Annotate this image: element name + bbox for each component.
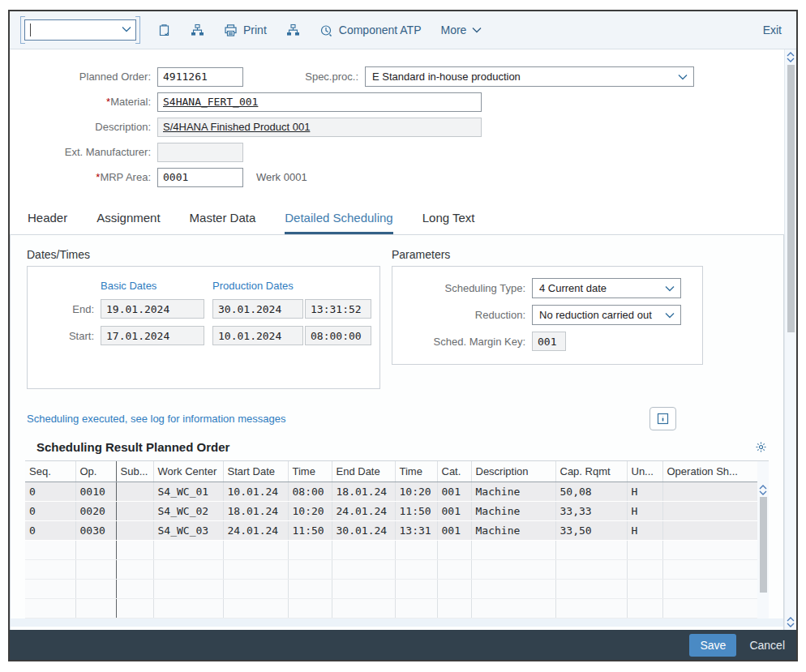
table-cell[interactable]: H [627, 521, 662, 541]
table-cell[interactable]: 30.01.24 [332, 521, 395, 541]
page-scrollbar[interactable] [784, 49, 796, 630]
mrp-area-field[interactable]: 0001 [157, 168, 243, 187]
save-button[interactable]: Save [689, 634, 736, 657]
check-entries-button[interactable] [157, 24, 171, 37]
chevron-down-icon[interactable] [122, 26, 131, 32]
parameters-title: Parameters [392, 248, 703, 261]
table-cell[interactable]: H [627, 502, 662, 521]
mrp-area-label: *MRP Area: [10, 171, 157, 183]
table-cell[interactable]: H [627, 482, 662, 502]
operations-overview-button[interactable] [286, 24, 300, 37]
column-header[interactable]: Seq. [25, 461, 75, 482]
table-cell[interactable]: 08:00 [288, 482, 332, 502]
info-log-button[interactable] [650, 407, 676, 430]
table-cell[interactable]: 50,08 [555, 482, 627, 502]
print-button[interactable]: Print [224, 24, 267, 37]
scheduling-type-select[interactable]: 4 Current date [532, 278, 681, 298]
table-cell [153, 560, 223, 580]
scroll-down-icon[interactable] [787, 623, 795, 627]
status-message[interactable]: Scheduling executed, see log for informa… [27, 413, 285, 425]
table-cell[interactable]: Machine [471, 502, 555, 521]
table-cell[interactable]: 24.01.24 [223, 521, 288, 541]
table-row[interactable]: 00010S4_WC_0110.01.2408:0018.01.2410:200… [25, 482, 757, 502]
table-cell[interactable]: 18.01.24 [223, 502, 288, 521]
column-header[interactable]: Time [288, 461, 332, 482]
tab-master-data[interactable]: Master Data [190, 211, 256, 234]
page-scrollbar-thumb[interactable] [787, 65, 795, 332]
tab-header[interactable]: Header [28, 211, 67, 234]
table-cell[interactable]: 10:20 [395, 482, 437, 502]
column-header[interactable]: End Date [332, 461, 395, 482]
table-cell[interactable]: S4_WC_02 [153, 502, 223, 521]
command-combobox[interactable] [24, 19, 136, 41]
table-cell[interactable]: 0010 [75, 482, 116, 502]
table-cell[interactable]: S4_WC_03 [153, 521, 223, 541]
planned-order-field[interactable]: 4911261 [157, 67, 243, 87]
table-row[interactable]: 00020S4_WC_0218.01.2410:2024.01.2411:500… [25, 502, 757, 521]
tab-long-text[interactable]: Long Text [422, 211, 475, 234]
table-cell [332, 560, 395, 580]
table-cell[interactable]: 0 [25, 521, 75, 541]
table-cell[interactable] [116, 502, 153, 521]
material-field[interactable]: S4HANA_FERT_001 [157, 92, 482, 112]
column-header[interactable]: Description [471, 461, 555, 482]
table-cell[interactable]: 33,33 [555, 502, 627, 521]
table-cell [395, 560, 437, 580]
table-cell[interactable]: 10.01.24 [223, 482, 288, 502]
table-cell[interactable]: 0030 [75, 521, 116, 541]
cancel-button[interactable]: Cancel [749, 639, 785, 652]
table-cell[interactable]: 001 [437, 521, 471, 541]
table-cell[interactable] [662, 482, 757, 502]
table-cell[interactable]: Machine [471, 482, 555, 502]
component-atp-button[interactable]: Component ATP [319, 24, 422, 37]
column-header[interactable]: Time [395, 461, 437, 482]
table-cell[interactable]: Machine [471, 521, 555, 541]
table-cell[interactable]: 24.01.24 [332, 502, 395, 521]
reduction-select[interactable]: No reduction carried out [532, 305, 681, 325]
chevron-down-icon [678, 74, 688, 80]
table-cell[interactable]: 13:31 [395, 521, 437, 541]
scroll-down-icon[interactable] [759, 490, 767, 495]
table-row[interactable]: 00030S4_WC_0324.01.2411:5030.01.2413:310… [25, 521, 757, 541]
table-cell[interactable] [662, 521, 757, 541]
table-cell[interactable] [116, 482, 153, 502]
table-cell[interactable] [662, 502, 757, 521]
exit-button[interactable]: Exit [763, 24, 782, 36]
components-overview-button[interactable] [191, 24, 204, 37]
table-cell[interactable]: 11:50 [288, 521, 332, 541]
column-header[interactable]: Start Date [223, 461, 288, 482]
column-header[interactable]: Operation Sh... [662, 461, 757, 482]
table-cell[interactable] [116, 521, 153, 541]
scroll-up-icon[interactable] [787, 52, 795, 57]
table-cell[interactable]: 33,50 [555, 521, 627, 541]
table-cell[interactable]: 18.01.24 [332, 482, 395, 502]
description-field: S/4HANA Finished Product 001 [157, 118, 482, 137]
table-cell[interactable]: 001 [437, 502, 471, 521]
table-cell[interactable]: 0 [25, 502, 75, 521]
table-cell[interactable]: 11:50 [395, 502, 437, 521]
column-header[interactable]: Sub... [116, 461, 153, 482]
tab-assignment[interactable]: Assignment [96, 211, 160, 234]
column-header[interactable]: Un... [627, 461, 662, 482]
table-cell[interactable]: S4_WC_01 [153, 482, 223, 502]
ext-manufacturer-label: Ext. Manufacturer: [10, 146, 157, 158]
table-cell[interactable]: 001 [437, 482, 471, 502]
table-scrollbar[interactable] [757, 460, 769, 618]
spec-proc-select[interactable]: E Standard in-house production [365, 66, 694, 87]
tab-detailed-scheduling[interactable]: Detailed Scheduling [285, 211, 392, 234]
more-menu-button[interactable]: More [440, 24, 482, 36]
scroll-down-icon[interactable] [787, 58, 795, 62]
table-cell[interactable]: 0020 [75, 502, 116, 521]
column-header[interactable]: Cap. Rqmt [555, 461, 627, 482]
table-cell[interactable]: 10:20 [288, 502, 332, 521]
column-header[interactable]: Op. [75, 461, 116, 482]
table-settings-gear-icon[interactable] [755, 441, 767, 453]
table-cell [627, 560, 662, 580]
column-header[interactable]: Cat. [437, 461, 471, 482]
table-scrollbar-thumb[interactable] [760, 497, 767, 593]
table-cell[interactable]: 0 [25, 482, 75, 502]
scroll-up-icon[interactable] [787, 617, 795, 622]
scroll-up-icon[interactable] [759, 485, 767, 490]
column-header[interactable]: Work Center [153, 461, 223, 482]
table-cell [288, 599, 332, 618]
